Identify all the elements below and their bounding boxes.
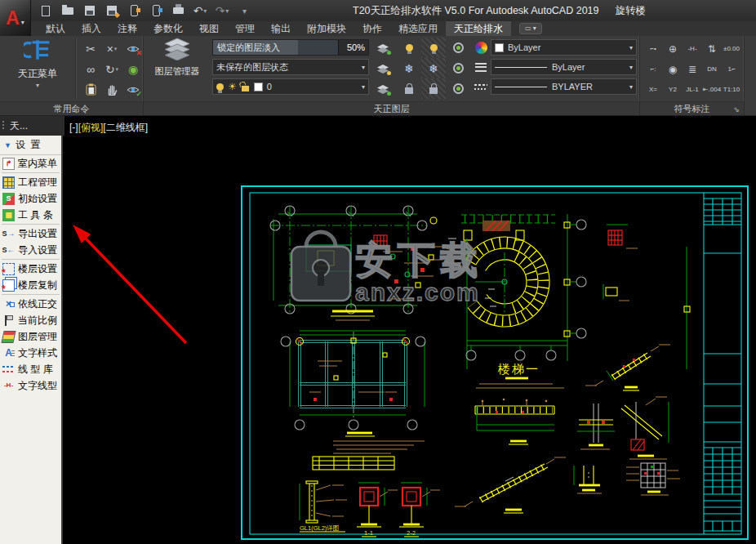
updown-arrow-icon[interactable]: ⇅ <box>702 38 722 59</box>
palette-title-bar[interactable]: 天... <box>0 116 64 136</box>
lineweight-dropdown[interactable]: ByLayer▾ <box>491 59 637 75</box>
layer-lock-target-button[interactable] <box>446 78 470 99</box>
layer-restore-icon[interactable] <box>374 78 392 99</box>
sidebar-item-floor-copy[interactable]: * 楼层复制 <box>0 277 61 293</box>
coordinate-x-icon[interactable]: X= <box>643 79 663 100</box>
current-layer-dropdown[interactable]: ☀ 0▾ <box>212 78 369 95</box>
tab-featured-apps[interactable]: 精选应用 <box>390 21 446 36</box>
number-bracket-icon[interactable]: 1⌐ <box>722 59 741 79</box>
model-space-canvas[interactable]: [-][俯视][二维线框] <box>64 116 756 544</box>
sidebar-item-import-settings[interactable]: S← 导入设置 <box>0 242 61 258</box>
save-as-icon[interactable] <box>104 2 120 19</box>
multiline-leader-icon[interactable]: ⌐: <box>643 59 663 79</box>
index-symbol-icon[interactable]: ⊕ <box>663 38 683 59</box>
visual-style-control[interactable]: [二维线框] <box>103 122 148 133</box>
undo-button[interactable]: ↶▾ <box>192 2 208 19</box>
sidebar-item-linetype-library[interactable]: 线 型 库 <box>0 361 61 377</box>
object-link-icon[interactable]: ∞ <box>80 59 101 79</box>
elevation-annotation-icon[interactable]: ±0.00 <box>722 38 741 59</box>
viewport-menu-control[interactable]: [-] <box>69 122 78 133</box>
project-manager-icon <box>2 176 15 189</box>
layer-thaw-button[interactable]: ❄ <box>397 58 421 78</box>
sidebar-item-floor-settings[interactable]: * 楼层设置 <box>0 261 61 277</box>
sidebar-item-text-style[interactable]: A 文字样式 <box>0 345 61 361</box>
tab-default[interactable]: 默认 <box>38 21 73 36</box>
paper-frame <box>242 186 748 539</box>
layer-fade-slider[interactable]: 锁定的图层淡入 50% <box>212 39 369 56</box>
tab-parametric[interactable]: 参数化 <box>145 21 191 36</box>
tab-view[interactable]: 视图 <box>191 21 227 36</box>
layer-on-target-button[interactable] <box>446 38 470 58</box>
sidebar-item-export-settings[interactable]: S→ 导出设置 <box>0 225 61 242</box>
beam-tag-icon[interactable]: JL-1 <box>683 79 702 100</box>
tab-tianzheng-drainage[interactable]: 天正给排水 <box>446 21 511 36</box>
layer-freeze-target-button[interactable] <box>446 58 470 78</box>
lineweight-icon <box>474 63 488 72</box>
tab-annotate[interactable]: 注释 <box>109 21 145 36</box>
text-style-icon: A <box>2 347 15 359</box>
index-title-icon[interactable]: ◉ <box>663 59 683 79</box>
sidebar-item-project-manager[interactable]: 工程管理 <box>0 174 61 190</box>
pipe-diameter-icon[interactable]: DN <box>702 59 722 79</box>
tianzheng-menu-button[interactable]: 天正菜单 ▾ <box>3 38 72 89</box>
layer-manager-button[interactable]: 图层管理器 <box>147 38 207 78</box>
coordinate-y-icon[interactable]: Y2 <box>663 79 683 100</box>
mobile-upload-icon[interactable] <box>126 2 142 19</box>
in-place-edit-icon[interactable]: ✂ <box>80 38 101 59</box>
layer-off-button[interactable] <box>421 38 446 58</box>
layer-on-button[interactable] <box>397 38 421 58</box>
layer-freeze-button[interactable]: ❄ <box>421 58 446 78</box>
tab-manage[interactable]: 管理 <box>227 21 263 36</box>
view-control[interactable]: [俯视] <box>78 122 104 133</box>
watermark: 安下载 anxz.com <box>291 232 483 305</box>
window-title: T20天正给排水软件 V5.0 For Autodesk AutoCAD 201… <box>353 4 756 18</box>
leader-annotation-icon[interactable]: ⌐• <box>643 38 663 59</box>
ribbon: 天正菜单 ▾ ✂ ×▾ ✕ ∞ ↻▾ ◉ ✓ 常用命令 <box>0 36 756 116</box>
drawing-title-icon[interactable]: T1:10 <box>722 79 741 100</box>
application-menu-button[interactable]: A▾ <box>0 0 31 36</box>
orbit-icon[interactable]: ↻▾ <box>101 59 122 79</box>
sidebar-item-ortho-by-line[interactable]: × 依线正交 <box>0 296 61 312</box>
show-object-icon[interactable]: ✓ <box>122 79 144 100</box>
panel-expand-icon[interactable]: ⇘ <box>733 105 740 114</box>
ribbon-display-toggle[interactable]: ▭ ▾ <box>519 23 542 34</box>
layer-unlock-button[interactable] <box>397 78 421 99</box>
palette-group-header[interactable]: ▼ 设 置 <box>0 136 61 155</box>
initial-settings-icon: S <box>2 193 15 205</box>
scale-view-icon[interactable]: ×▾ <box>101 38 122 59</box>
sidebar-item-current-scale[interactable]: 当前比例 <box>0 312 61 328</box>
record-icon[interactable]: ◉ <box>122 59 144 79</box>
palette-grip[interactable] <box>2 121 4 131</box>
sidebar-item-text-linetype[interactable]: -H- 文字线型 <box>0 377 61 394</box>
layer-edit-icon[interactable] <box>374 58 392 78</box>
tab-output[interactable]: 输出 <box>263 21 299 36</box>
tab-insert[interactable]: 插入 <box>73 21 109 36</box>
layer-color-swatch <box>254 82 263 91</box>
pan-hand-icon[interactable] <box>101 79 122 100</box>
layer-isolate-icon[interactable] <box>374 38 392 58</box>
plot-icon[interactable] <box>170 2 186 19</box>
object-color-dropdown[interactable]: ByLayer▾ <box>491 39 637 56</box>
linetype-dropdown[interactable]: BYLAYER▾ <box>491 78 637 95</box>
mobile-download-icon[interactable] <box>148 2 164 19</box>
sidebar-item-indoor-menu[interactable]: ↱ 室内菜单 <box>0 155 61 172</box>
qat-customize-button[interactable]: ▾ <box>236 2 252 19</box>
section-line-icon[interactable]: ≣ <box>683 59 702 79</box>
paste-icon[interactable] <box>80 79 101 100</box>
annotation-arrow <box>73 225 186 343</box>
sidebar-item-layer-manage[interactable]: 图层管理 <box>0 328 61 345</box>
pipe-break-icon[interactable]: -H- <box>683 38 702 59</box>
layer-state-dropdown[interactable]: 未保存的图层状态▾ <box>212 59 369 75</box>
save-icon[interactable] <box>82 2 98 19</box>
current-scale-icon <box>2 314 15 327</box>
sidebar-item-toolbar[interactable]: ▦ 工 具 条 <box>0 207 61 223</box>
layer-lock-button[interactable] <box>421 78 446 99</box>
open-file-icon[interactable] <box>60 2 76 19</box>
tab-collaborate[interactable]: 协作 <box>354 21 390 36</box>
tab-addins[interactable]: 附加模块 <box>299 21 354 36</box>
sidebar-item-initial-settings[interactable]: S 初始设置 <box>0 190 61 207</box>
redo-button[interactable]: ↷▾ <box>214 2 230 19</box>
slope-annotation-icon[interactable]: ⇤.004 <box>702 79 722 100</box>
new-file-icon[interactable] <box>38 2 54 19</box>
hide-object-icon[interactable]: ✕ <box>122 38 144 59</box>
